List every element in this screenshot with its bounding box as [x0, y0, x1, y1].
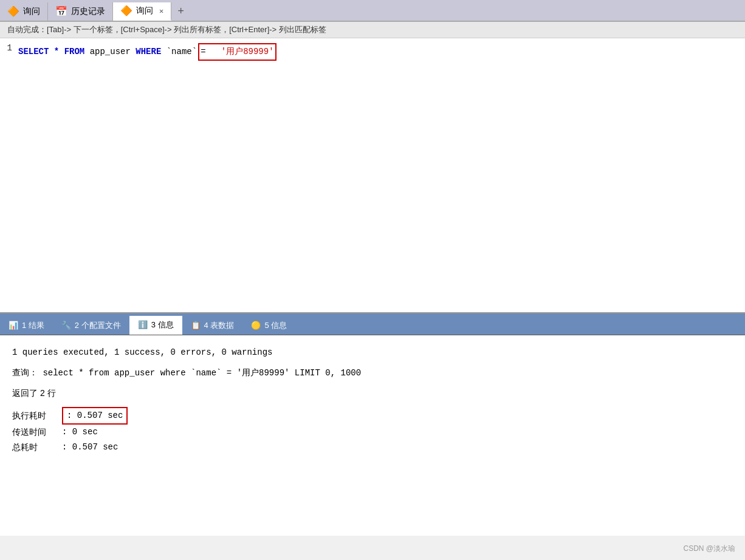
info2-tab-icon: 🟡 [251, 321, 261, 330]
history-icon: 📅 [55, 5, 67, 18]
sql-operator: = [201, 47, 205, 56]
exec-time-value-box: : 0.507 sec [62, 407, 128, 425]
line-number-1: 1 [6, 43, 12, 53]
exec-time-label: 执行耗时 [12, 408, 61, 423]
line-numbers: 1 [0, 43, 18, 61]
transfer-label: 传送时间 [12, 425, 61, 440]
sql-table: app_user [90, 44, 131, 60]
add-tab-button[interactable]: + [171, 2, 190, 21]
sql-space3 [84, 44, 89, 60]
tabledata-tab-icon: 📋 [191, 321, 201, 330]
info-tab-icon: ℹ️ [138, 320, 148, 329]
tab-bar: 🔶 询问 📅 历史记录 🔶 询问 ✕ + [0, 0, 745, 22]
tab-history[interactable]: 📅 历史记录 [48, 2, 113, 21]
result-area: 1 queries executed, 1 success, 0 errors,… [0, 335, 745, 536]
code-content[interactable]: SELECT * FROM app_user WHERE `name` = '用… [18, 43, 745, 61]
tab-query2-label: 询问 [136, 5, 153, 16]
config-tab-label: 2 个配置文件 [75, 320, 121, 331]
bottom-tab-tabledata[interactable]: 📋 4 表数据 [182, 316, 243, 335]
query-label: 查询： [12, 367, 38, 377]
total-label: 总耗时 [12, 440, 61, 455]
editor-area: 自动完成：[Tab]-> 下一个标签，[Ctrl+Space]-> 列出所有标签… [0, 22, 745, 313]
sql-select: SELECT [18, 44, 49, 60]
transfer-value: : 0 sec [62, 425, 98, 440]
sql-line-1: SELECT * FROM app_user WHERE `name` = '用… [18, 43, 745, 61]
query-icon-2: 🔶 [120, 5, 132, 17]
sql-where: WHERE [136, 44, 161, 60]
bottom-section: 📊 1 结果 🔧 2 个配置文件 ℹ️ 3 信息 📋 4 表数据 🟡 5 信息 … [0, 313, 745, 536]
exec-time-value: : 0.507 sec [67, 411, 123, 420]
result-tab-icon: 📊 [9, 321, 18, 330]
bottom-tab-info2[interactable]: 🟡 5 信息 [242, 316, 295, 335]
tab-history-label: 历史记录 [71, 6, 105, 17]
query-icon-1: 🔶 [7, 5, 19, 18]
sql-space2 [59, 44, 64, 60]
query-line: 查询： select * from app_user where `name` … [12, 365, 733, 381]
sql-from: FROM [64, 44, 85, 60]
sql-column: `name` [167, 44, 197, 60]
add-tab-label: + [177, 5, 184, 18]
query-sql: select * from app_user where `name` = '用… [43, 368, 361, 378]
exec-time-row: 执行耗时 : 0.507 sec [12, 407, 733, 425]
perf-table: 执行耗时 : 0.507 sec 传送时间 : 0 sec 总耗时 : 0.50… [12, 407, 733, 456]
info2-tab-label: 5 信息 [264, 320, 287, 331]
info-tab-label: 3 信息 [151, 319, 174, 330]
watermark-text: CSDN @淡水瑜 [683, 544, 735, 553]
sql-space5 [161, 44, 166, 60]
total-row: 总耗时 : 0.507 sec [12, 440, 733, 455]
rows-label: 返回了 2 行 [12, 388, 56, 398]
tab-query2[interactable]: 🔶 询问 ✕ [113, 2, 171, 21]
bottom-tab-config[interactable]: 🔧 2 个配置文件 [53, 316, 129, 335]
config-tab-icon: 🔧 [61, 321, 71, 330]
sql-value: '用户89999' [221, 47, 274, 56]
rows-line: 返回了 2 行 [12, 386, 733, 401]
total-value: : 0.507 sec [62, 440, 118, 455]
tab-query1-label: 询问 [23, 6, 40, 17]
code-area: 1 SELECT * FROM app_user WHERE `name` = … [0, 38, 745, 66]
tab-close-button[interactable]: ✕ [159, 7, 163, 16]
sql-space4 [131, 44, 136, 60]
sql-highlight-box: = '用户89999' [198, 43, 276, 61]
autocomplete-hint: 自动完成：[Tab]-> 下一个标签，[Ctrl+Space]-> 列出所有标签… [0, 22, 745, 38]
tab-query1[interactable]: 🔶 询问 [0, 2, 48, 21]
watermark: CSDN @淡水瑜 [683, 544, 735, 554]
bottom-tab-result[interactable]: 📊 1 结果 [0, 316, 53, 335]
transfer-row: 传送时间 : 0 sec [12, 425, 733, 440]
result-tab-label: 1 结果 [22, 320, 44, 331]
summary-text: 1 queries executed, 1 success, 0 errors,… [12, 347, 272, 357]
sql-star: * [54, 44, 59, 60]
bottom-tab-info[interactable]: ℹ️ 3 信息 [129, 316, 182, 335]
sql-space6 [211, 47, 216, 56]
sql-space1 [49, 44, 53, 60]
summary-line: 1 queries executed, 1 success, 0 errors,… [12, 345, 733, 360]
tabledata-tab-label: 4 表数据 [204, 320, 235, 331]
bottom-tab-bar: 📊 1 结果 🔧 2 个配置文件 ℹ️ 3 信息 📋 4 表数据 🟡 5 信息 [0, 313, 745, 335]
